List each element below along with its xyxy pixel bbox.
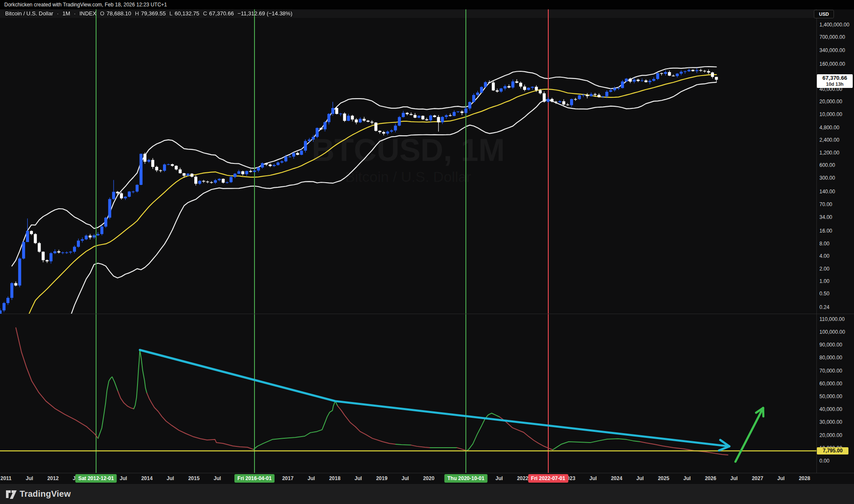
price-tick: 600.00 [819, 162, 835, 168]
price-tick: 20,000.00 [819, 99, 842, 105]
legend-interval[interactable]: 1M [62, 10, 70, 17]
indicator-tick: 40,000.00 [819, 406, 842, 412]
time-tick: Jul [495, 475, 503, 481]
time-tick: 2018 [329, 475, 341, 481]
vline-date-label[interactable]: Thu 2020-10-01 [445, 474, 488, 483]
price-tick: 4.00 [819, 253, 829, 259]
time-tick: Jul [120, 475, 127, 481]
price-tick: 700,000.00 [819, 34, 845, 40]
price-tick: 1,200.00 [819, 150, 839, 156]
time-tick: 2014 [141, 475, 153, 481]
time-tick: Jul [683, 475, 690, 481]
price-tick: 16.00 [819, 228, 832, 234]
legend-exchange: INDEX [79, 10, 97, 17]
indicator-tick: 80,000.00 [819, 355, 842, 361]
indicator-tick: 60,000.00 [819, 381, 842, 387]
time-tick: 2012 [47, 475, 59, 481]
high-value: 79,369.55 [141, 10, 166, 17]
time-tick: 2017 [282, 475, 294, 481]
time-tick: Jul [354, 475, 362, 481]
price-tick: 1.00 [819, 278, 829, 284]
low-label: L [170, 10, 173, 17]
close-value: 67,370.66 [209, 10, 234, 17]
high-label: H [135, 10, 139, 17]
price-tick: 0.50 [819, 291, 829, 297]
legend-separator: · [74, 10, 76, 17]
time-tick: 2020 [423, 475, 435, 481]
currency-toggle-button[interactable]: USD [814, 10, 834, 18]
main-chart-canvas[interactable] [0, 9, 816, 473]
indicator-tick: 30,000.00 [819, 419, 842, 425]
indicator-tick: 0.00 [819, 458, 829, 464]
time-tick: 2026 [705, 475, 717, 481]
time-tick: 2019 [376, 475, 388, 481]
indicator-tick: 50,000.00 [819, 393, 842, 399]
time-tick: 2022 [517, 475, 529, 481]
time-tick: Jul [636, 475, 643, 481]
time-tick: Jul [214, 475, 221, 481]
price-tick: 0.24 [819, 304, 829, 310]
tradingview-footer: TradingView [0, 484, 854, 504]
attribution-bar: Dorkchicken created with TradingView.com… [0, 0, 854, 9]
time-tick: 2028 [799, 475, 810, 481]
legend-symbol-title[interactable]: Bitcoin / U.S. Dollar [5, 10, 53, 17]
price-tick: 4,800.00 [819, 125, 839, 131]
time-scale[interactable]: 2011Jul2012Jul2013Jul2014Jul2015Jul2016J… [0, 473, 854, 484]
pane-separator[interactable] [0, 314, 854, 314]
price-tick: 2,400.00 [819, 137, 839, 143]
close-label: C [203, 10, 207, 17]
price-tick: 70.00 [819, 201, 832, 207]
low-value: 60,132.75 [175, 10, 199, 17]
price-tick: 160,000.00 [819, 61, 845, 67]
price-tick: 8.00 [819, 241, 829, 247]
symbol-legend[interactable]: Bitcoin / U.S. Dollar · 1M · INDEX O78,6… [5, 10, 295, 17]
price-tick: 10,000.00 [819, 111, 842, 117]
last-price-label: 67,370.66 10d 13h [817, 74, 853, 88]
indicator-tick: 90,000.00 [819, 342, 842, 348]
time-tick: Jul [777, 475, 784, 481]
time-tick: 2025 [658, 475, 670, 481]
open-value: 78,688.10 [106, 10, 131, 17]
price-tick: 140.00 [819, 189, 835, 195]
vline-date-label[interactable]: Fri 2016-04-01 [234, 474, 275, 483]
time-tick: Jul [307, 475, 315, 481]
change-value: −11,312.69 (−14.38%) [237, 10, 292, 17]
indicator-tick: 100,000.00 [819, 329, 845, 335]
price-tick: 34.00 [819, 214, 832, 220]
time-tick: 2027 [752, 475, 763, 481]
time-tick: Jul [167, 475, 174, 481]
price-tick: 300.00 [819, 175, 835, 181]
tradingview-logo-icon[interactable] [6, 489, 17, 500]
indicator-tick: 20,000.00 [819, 432, 842, 438]
time-tick: Jul [401, 475, 409, 481]
time-tick: 2015 [188, 475, 200, 481]
price-tick: 1,400,000.00 [819, 22, 849, 28]
time-tick: Jul [26, 475, 33, 481]
price-tick: 2.00 [819, 266, 829, 272]
indicator-level-label: 7,795.00 [817, 447, 848, 454]
time-tick: Jul [730, 475, 737, 481]
attribution-text: Dorkchicken created with TradingView.com… [4, 2, 167, 8]
price-tick: 340,000.00 [819, 47, 845, 53]
tradingview-logo-text[interactable]: TradingView [20, 489, 71, 499]
time-tick: Jul [589, 475, 597, 481]
vline-date-label[interactable]: Sat 2012-12-01 [75, 474, 117, 483]
tradingview-snapshot: { "header": { "attribution": "Dorkchicke… [0, 0, 854, 504]
indicator-tick: 110,000.00 [819, 316, 845, 322]
time-tick: 2011 [0, 475, 12, 481]
open-label: O [100, 10, 104, 17]
last-price-value: 67,370.66 [817, 74, 853, 82]
bar-countdown: 10d 13h [817, 82, 853, 87]
indicator-tick: 70,000.00 [819, 368, 842, 374]
time-tick: 2024 [611, 475, 623, 481]
vline-date-label[interactable]: Fri 2022-07-01 [528, 474, 568, 483]
legend-separator: · [57, 10, 58, 17]
